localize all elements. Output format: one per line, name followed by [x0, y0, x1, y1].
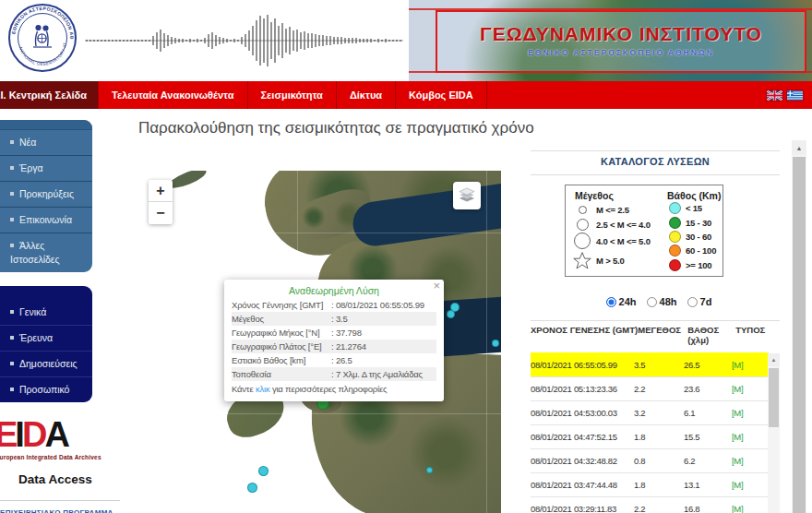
- table-row[interactable]: 08/01/2021 04:32:48.820.86.2[M]: [531, 448, 769, 472]
- magnitude-circle-icon: [579, 206, 587, 214]
- nav-item-networks[interactable]: Δίκτυα: [337, 81, 396, 109]
- sidebar-item-calls[interactable]: Προκηρύξεις: [0, 181, 92, 207]
- scrollbar-thumb[interactable]: [769, 368, 779, 427]
- sidebar-group-info: Νέα Έργα Προκηρύξεις Επικοινωνία Άλλες Ι…: [0, 120, 92, 272]
- popup-row: Γεωγραφικό Πλάτος [°E]: 21.2764: [232, 340, 436, 353]
- nav-item-announcements[interactable]: Τελευταία Ανακοινωθέντα: [99, 81, 247, 109]
- earthquake-marker[interactable]: [426, 467, 433, 473]
- popup-footer: Κάντε κλικ για περισσότερες πληροφορίες: [232, 382, 436, 396]
- scrollbar-thumb[interactable]: [793, 157, 806, 513]
- nav-item-seismicity[interactable]: Σεισμικότητα: [248, 81, 337, 109]
- observatory-seal-icon: ΕΘΝΙΚΟΝ ΑΣΤΕΡΟΣΚΟΠΕΙΟΝ ΑΘΗΝΩΝ NATIONAL O…: [7, 3, 78, 73]
- map-gridline: [136, 233, 501, 233]
- star-icon: [573, 249, 591, 272]
- bullet-icon: [10, 336, 14, 340]
- eida-data-access-link[interactable]: Data Access: [18, 472, 129, 486]
- legend-row: 60 - 100: [669, 245, 716, 256]
- bullet-icon: [10, 218, 14, 221]
- institute-title: ΓΕΩΔΥΝΑΜΙΚΟ ΙΝΣΤΙΤΟΥΤΟ: [437, 23, 805, 45]
- table-header: ΧΡΟΝΟΣ ΓΕΝΕΣΗΣ (GMT) ΜΕΓΕΘΟΣ ΒΑΘΟΣ (χλμ)…: [531, 325, 769, 352]
- depth-dot-icon: [669, 217, 681, 229]
- zoom-in-button[interactable]: +: [149, 180, 173, 202]
- solutions-catalog-title: ΚΑΤΑΛΟΓΟΣ ΛΥΣΕΩΝ: [531, 156, 780, 167]
- depth-dot-icon: [669, 231, 681, 243]
- table-row[interactable]: 08/01/2021 04:47:52.151.815.5[M]: [531, 424, 769, 448]
- legend-row: 15 - 30: [669, 217, 711, 229]
- table-row[interactable]: 08/01/2021 03:29:11.832.216.8[M]: [531, 496, 769, 513]
- popup-row: Τοποθεσία: 7 Χλμ. Δ της Αμαλιάδας: [232, 367, 436, 381]
- earthquake-marker[interactable]: [447, 310, 455, 318]
- table-row[interactable]: 08/01/2021 03:47:44.481.813.1[M]: [531, 472, 769, 496]
- map-gridline: [136, 413, 501, 414]
- page-title: Παρακολούθηση της σεισμικότητας σε πραγμ…: [138, 119, 534, 137]
- divider: [531, 174, 780, 175]
- zoom-out-button[interactable]: −: [149, 202, 173, 224]
- popup-title: Αναθεωρημένη Λύση: [232, 285, 436, 296]
- uk-flag-icon[interactable]: [767, 90, 782, 101]
- earthquake-marker[interactable]: [492, 340, 499, 347]
- depth-dot-icon: [669, 202, 681, 214]
- nav-item-home[interactable]: Γ.Ι. Κεντρική Σελίδα: [0, 81, 99, 109]
- popup-row: Μέγεθος: 3.5: [232, 312, 436, 326]
- layers-button[interactable]: [453, 182, 481, 209]
- sidebar-item-news[interactable]: Νέα: [0, 130, 92, 155]
- observatory-seal-logo: ΕΘΝΙΚΟΝ ΑΣΤΕΡΟΣΚΟΠΕΙΟΝ ΑΘΗΝΩΝ NATIONAL O…: [7, 3, 78, 73]
- radio-48h[interactable]: [647, 297, 657, 307]
- map-legend: Μέγεθος Βάθος (Km) M <= 2.5 2.5 < M <= 4…: [565, 185, 723, 277]
- sidebar-item-publications[interactable]: Δημοσιεύσεις: [0, 351, 92, 376]
- map-zoom-control: + −: [149, 180, 173, 224]
- sidebar-item-contact[interactable]: Επικοινωνία: [0, 207, 92, 233]
- popup-row: Γεωγραφικό Μήκος [°N]: 37.798: [232, 326, 436, 340]
- layers-icon: [457, 185, 477, 206]
- depth-legend-title: Βάθος (Km): [667, 190, 721, 201]
- eida-tagline: European Integrated Data Archives: [0, 454, 129, 460]
- earthquake-marker[interactable]: [247, 483, 257, 493]
- map-gridline: [486, 171, 487, 513]
- page-scrollbar[interactable]: ▲: [792, 140, 806, 513]
- sidebar-group-institute: Γενικά Έρευνα Δημοσιεύσεις Προσωπικό: [0, 286, 92, 402]
- greece-flag-icon[interactable]: [787, 90, 803, 101]
- divider: [0, 500, 120, 501]
- radio-7d[interactable]: [687, 297, 698, 307]
- depth-dot-icon: [669, 259, 681, 271]
- institute-banner: ΓΕΩΔΥΝΑΜΙΚΟ ΙΝΣΤΙΤΟΥΤΟ ΕΘΝΙΚΟ ΑΣΤΕΡΟΣΚΟΠ…: [409, 0, 812, 81]
- operational-program-link[interactable]: ΕΠΙΧΕΙΡΗΣΙΑΚΟ ΠΡΟΓΡΑΜΜΑ: [0, 508, 129, 513]
- sidebar-item-general[interactable]: Γενικά: [0, 300, 92, 325]
- sidebar-item-research[interactable]: Έρευνα: [0, 325, 92, 351]
- seismogram-trace-icon: [85, 4, 408, 78]
- bullet-icon: [10, 388, 14, 391]
- scroll-up-icon[interactable]: ▲: [792, 140, 806, 155]
- legend-row: >= 100: [669, 259, 711, 271]
- table-scrollbar[interactable]: ▲: [768, 353, 780, 513]
- nav-item-eida-node[interactable]: Κόμβος EIDA: [396, 81, 487, 109]
- popup-row: Χρόνος Γέννησης [GMT]: 08/01/2021 06:55:…: [232, 298, 436, 312]
- magnitude-circle-icon: [577, 219, 589, 231]
- map-island: [166, 171, 209, 192]
- legend-row: M <= 2.5: [573, 205, 629, 215]
- legend-row: 4.0 < M <= 5.0: [573, 233, 651, 249]
- time-filter: 24h 48h 7d: [531, 296, 780, 307]
- close-icon[interactable]: ×: [433, 280, 440, 292]
- table-row[interactable]: 08/01/2021 05:13:23.362.223.6[M]: [531, 376, 769, 400]
- language-switcher: [767, 81, 812, 109]
- earthquake-popup: × Αναθεωρημένη Λύση Χρόνος Γέννησης [GMT…: [224, 280, 444, 401]
- earthquake-marker[interactable]: [258, 466, 269, 476]
- depth-dot-icon: [669, 245, 681, 256]
- more-info-link[interactable]: κλικ: [256, 384, 270, 394]
- bullet-icon: [10, 244, 14, 247]
- bullet-icon: [10, 310, 14, 314]
- radio-24h[interactable]: [606, 297, 616, 307]
- sidebar-item-projects[interactable]: Έργα: [0, 155, 92, 181]
- popup-row: Εστιακό Βάθος [km]: 26.5: [232, 353, 436, 367]
- sidebar-item-other-sites[interactable]: Άλλες Ιστοσελίδες: [0, 233, 92, 272]
- legend-row: M > 5.0: [573, 249, 625, 272]
- page-header: ΕΘΝΙΚΟΝ ΑΣΤΕΡΟΣΚΟΠΕΙΟΝ ΑΘΗΝΩΝ NATIONAL O…: [0, 0, 812, 81]
- magnitude-legend-title: Μέγεθος: [575, 190, 614, 201]
- earthquake-table: ΧΡΟΝΟΣ ΓΕΝΕΣΗΣ (GMT) ΜΕΓΕΘΟΣ ΒΑΘΟΣ (χλμ)…: [531, 325, 769, 513]
- eida-logo[interactable]: EIDA: [0, 415, 129, 454]
- table-row[interactable]: 08/01/2021 06:55:05.993.526.5[M]: [531, 352, 769, 376]
- seismicity-map[interactable]: × Αναθεωρημένη Λύση Χρόνος Γέννησης [GMT…: [136, 171, 501, 513]
- table-row[interactable]: 08/01/2021 04:53:00.033.26.1[M]: [531, 400, 769, 424]
- sidebar-item-personnel[interactable]: Προσωπικό: [0, 376, 92, 402]
- scroll-up-icon[interactable]: ▲: [768, 353, 780, 366]
